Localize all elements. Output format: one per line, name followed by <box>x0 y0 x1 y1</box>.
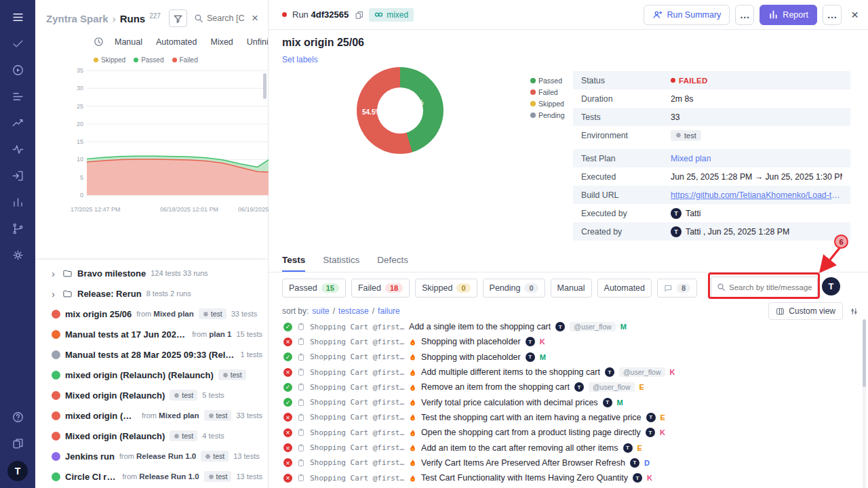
runs-type-tab[interactable]: Manual <box>115 37 142 47</box>
test-suite[interactable]: Shopping Cart @first… <box>310 428 404 437</box>
test-title[interactable]: Open the shopping cart from a product li… <box>421 428 641 437</box>
run-tree-item[interactable]: Manual tests at 17 Jun 2025 10:09 from p… <box>35 324 268 344</box>
filter-chip[interactable]: Automated <box>597 279 652 298</box>
checks-button[interactable] <box>0 30 35 57</box>
analytics-button[interactable] <box>0 110 35 136</box>
chevron-right-icon[interactable]: › <box>52 268 58 279</box>
test-title[interactable]: Verify Cart Items Are Preserved After Br… <box>421 458 625 468</box>
details-url-link[interactable]: https://github.com/TetianaKhomenko/Load-… <box>671 190 842 200</box>
sort-suite-link[interactable]: suite <box>312 306 329 316</box>
tasks-button[interactable] <box>0 83 35 110</box>
test-row[interactable]: Shopping Cart @first… Open the shopping … <box>269 425 861 440</box>
chevron-right-icon[interactable]: › <box>52 288 58 300</box>
run-tab[interactable]: Tests <box>282 255 305 272</box>
runs-button[interactable] <box>0 57 35 83</box>
custom-view-button[interactable]: Custom view <box>768 302 843 320</box>
view-settings-button[interactable] <box>850 307 859 316</box>
branches-button[interactable] <box>0 216 35 242</box>
user-avatar[interactable]: T <box>7 461 28 481</box>
sort-failure-link[interactable]: failure <box>378 306 400 316</box>
filter-chip[interactable]: Manual <box>551 279 592 298</box>
test-row[interactable]: Shopping Cart @first… Verify Cart Items … <box>269 455 861 470</box>
test-suite[interactable]: Shopping Cart @first… <box>310 458 404 467</box>
test-suite[interactable]: Shopping Cart @first… <box>310 443 404 452</box>
runs-type-tab[interactable]: Mixed <box>210 37 233 47</box>
tests-scrollbar[interactable] <box>863 319 866 488</box>
sort-testcase-link[interactable]: testcase <box>338 306 369 316</box>
close-run-button[interactable]: × <box>851 7 859 22</box>
more-options-button[interactable]: … <box>823 5 842 25</box>
test-suite[interactable]: Shopping Cart @first… <box>310 398 404 407</box>
menu-button[interactable] <box>0 4 35 30</box>
test-title[interactable]: Remove an item from the shopping cart <box>421 382 570 392</box>
test-row[interactable]: Shopping Cart @first… Shopping with plac… <box>269 350 861 365</box>
settings-button[interactable] <box>0 242 35 268</box>
run-tree-item[interactable]: Jenkins run from Release Run 1.0 test 13… <box>35 446 268 466</box>
run-tree-item[interactable]: Mixed origin (Relaunch) test 5 tests <box>35 385 268 405</box>
run-tree-item[interactable]: mixed origin (Relaunch) (Relaunch) test <box>35 365 268 385</box>
test-row[interactable]: Shopping Cart @first… Remove an item fro… <box>269 380 861 394</box>
filter-chip[interactable]: Failed 18 <box>351 279 410 298</box>
test-suite[interactable]: Shopping Cart @first… <box>310 474 404 483</box>
run-summary-button[interactable]: Run Summary <box>644 5 730 25</box>
test-tag[interactable]: @user_flow <box>619 367 665 377</box>
report-button[interactable]: Report <box>760 5 817 25</box>
test-row[interactable]: Shopping Cart @first… Verify total price… <box>269 394 861 409</box>
test-suite[interactable]: Shopping Cart @first… <box>310 368 404 377</box>
brand-name[interactable]: Zyntra Spark <box>46 13 108 24</box>
run-tree-item[interactable]: mix origin 25/06 from Mixed plan test 33… <box>35 304 268 324</box>
test-row[interactable]: Shopping Cart @first… Add an item to the… <box>269 440 861 455</box>
test-suite[interactable]: Shopping Cart @first… <box>310 338 404 346</box>
test-title[interactable]: Shopping with placeholder <box>421 352 521 362</box>
reports-button[interactable] <box>0 189 35 216</box>
filter-chip[interactable]: Skipped 0 <box>415 279 477 298</box>
test-row[interactable]: Shopping Cart @first… Add a single item … <box>269 319 861 334</box>
filter-chip[interactable]: Passed 15 <box>282 279 346 298</box>
copy-run-id-button[interactable] <box>354 10 363 20</box>
filter-button[interactable] <box>169 9 187 27</box>
tests-search-input[interactable] <box>729 283 812 291</box>
run-tree-item[interactable]: › Release: Rerun 8 tests 2 runs <box>35 283 268 304</box>
user-filter-avatar[interactable]: T <box>822 277 840 296</box>
run-tree-item[interactable]: Circle CI run from Release Run 1.0 test … <box>35 466 268 487</box>
runs-type-tab[interactable]: Unfinished <box>247 37 268 47</box>
test-suite[interactable]: Shopping Cart @first… <box>310 323 404 331</box>
test-row[interactable]: Shopping Cart @first… Test Cart Function… <box>269 470 861 485</box>
runs-panel-scrollbar[interactable] <box>263 73 267 99</box>
run-tree-item[interactable]: mixed origin (Relaunch) from Mixed plan … <box>35 405 268 426</box>
test-title[interactable]: Add an item to the cart after removing a… <box>421 443 618 453</box>
test-title[interactable]: Shopping with placeholder <box>421 337 521 346</box>
filter-chip[interactable]: Pending 0 <box>483 279 545 298</box>
run-tree-item[interactable]: Manual tests at 28 Mar 2025 09:33 (Relau… <box>35 344 268 365</box>
test-suite[interactable]: Shopping Cart @first… <box>310 352 404 361</box>
test-title[interactable]: Test Cart Functionality with Items Havin… <box>421 473 628 483</box>
filter-chip[interactable]: 8 <box>657 279 697 298</box>
run-type-badge[interactable]: mixed <box>369 8 414 22</box>
runs-type-tab[interactable]: Automated <box>156 37 197 47</box>
test-title[interactable]: Add a single item to the shopping cart <box>409 322 551 331</box>
test-suite[interactable]: Shopping Cart @first… <box>310 383 404 392</box>
run-tab[interactable]: Defects <box>377 255 408 272</box>
runs-search-input[interactable] <box>207 14 245 23</box>
projects-button[interactable] <box>0 430 35 457</box>
set-labels-link[interactable]: Set labels <box>282 55 318 64</box>
activity-button[interactable] <box>0 136 35 163</box>
tests-scrollbar-thumb[interactable] <box>863 319 866 387</box>
test-suite[interactable]: Shopping Cart @first… <box>310 413 404 422</box>
test-title[interactable]: Test the shopping cart with an item havi… <box>421 413 642 422</box>
test-row[interactable]: Shopping Cart @first… Test the shopping … <box>269 410 861 425</box>
test-title[interactable]: Verify total price calculation with deci… <box>421 398 598 407</box>
import-button[interactable] <box>0 163 35 189</box>
more-actions-button[interactable]: … <box>735 5 754 25</box>
help-button[interactable] <box>0 404 35 430</box>
test-row[interactable]: Shopping Cart @first… Shopping with plac… <box>269 334 861 349</box>
test-tag[interactable]: @user_flow <box>570 322 616 331</box>
test-tag[interactable]: @user_flow <box>589 382 635 392</box>
details-link[interactable]: Mixed plan <box>671 154 711 163</box>
run-tree-item[interactable]: Mixed origin (Relaunch) test 4 tests <box>35 426 268 446</box>
run-tree-item[interactable]: › Bravo milestone 124 tests 33 runs <box>35 263 268 283</box>
run-tab[interactable]: Statistics <box>323 255 359 272</box>
test-row[interactable]: Shopping Cart @first… Add multiple diffe… <box>269 365 861 380</box>
test-title[interactable]: Add multiple different items to the shop… <box>421 367 600 377</box>
close-panel-button[interactable]: × <box>249 12 261 25</box>
